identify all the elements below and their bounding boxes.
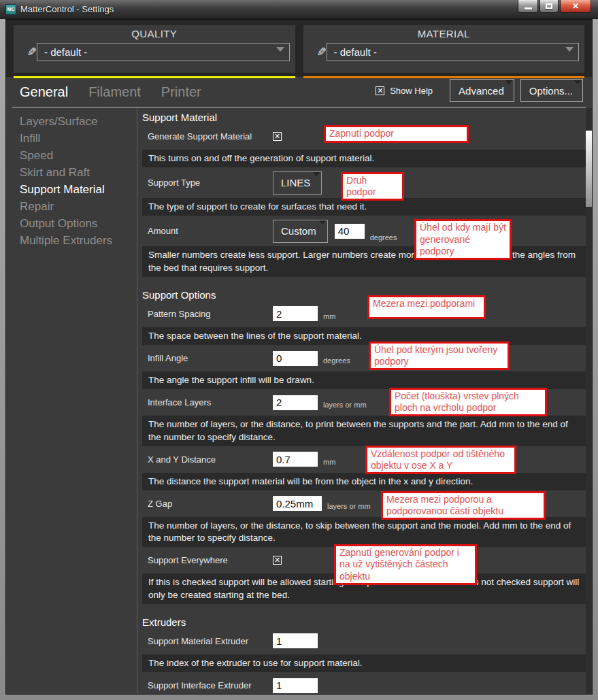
infill-angle-input[interactable] (273, 351, 318, 366)
tab-filament[interactable]: Filament (88, 84, 141, 100)
annotation-pattern-spacing: Mezera mezi podporami (367, 295, 486, 319)
annotation-support-type: Druh podpor (341, 172, 404, 201)
annotation-support-everywhere: Zapnutí generování podpor i na už vytišt… (334, 544, 477, 584)
xy-distance-input[interactable] (273, 452, 318, 467)
presets-bar: QUALITY ✎ - default - MATERIAL ✎ - defau… (6, 20, 592, 77)
unit-label: layers or mm (327, 502, 371, 510)
show-help-label: Show Help (390, 86, 433, 96)
setting-label: Support Material Extruder (148, 636, 273, 646)
setting-row-support-interface-extruder: Support Interface Extruder (148, 677, 586, 694)
chevron-down-icon (319, 220, 326, 224)
help-text: This turns on and off the generation of … (142, 150, 586, 167)
annotation-generate-support: Zapnutí podpor (324, 125, 469, 143)
titlebar[interactable]: MC MatterControl - Settings ✕ (0, 0, 598, 19)
help-text: The angle the support infill will be dra… (142, 371, 586, 389)
vertical-scrollbar[interactable] (586, 108, 592, 694)
sidebar-item-speed[interactable]: Speed (20, 147, 137, 164)
z-gap-input[interactable] (273, 496, 322, 511)
unit-label: mm (323, 312, 335, 320)
sidebar-item-layers-surface[interactable]: Layers/Surface (20, 113, 137, 130)
sidebar-item-repair[interactable]: Repair (20, 198, 137, 215)
advanced-button[interactable]: Advanced (450, 79, 514, 102)
minimize-button[interactable] (518, 0, 538, 13)
maximize-icon (546, 3, 552, 9)
sidebar-item-multiple-extruders[interactable]: Multiple Extruders (20, 232, 137, 249)
setting-row-interface-layers: Interface Layers layers or mm Počet (tlo… (148, 394, 586, 411)
tab-printer[interactable]: Printer (161, 84, 201, 100)
setting-label: X and Y Distance (148, 454, 273, 465)
support-material-extruder-input[interactable] (273, 633, 318, 648)
generate-support-checkbox[interactable] (273, 132, 282, 141)
setting-row-pattern-spacing: Pattern Spacing mm Mezera mezi podporami (148, 305, 586, 322)
annotation-infill-angle: Úhel pod kterým jsou tvořeny podpory (369, 341, 510, 370)
options-button-label: Options... (529, 85, 573, 97)
show-help-toggle[interactable]: Show Help (376, 86, 433, 96)
setting-label: Infill Angle (148, 353, 273, 363)
quality-title: QUALITY (19, 28, 290, 39)
setting-row-xy-distance: X and Y Distance mm Vzdálenost podpor od… (148, 451, 586, 468)
settings-sidebar: Layers/Surface Infill Speed Skirt and Ra… (12, 107, 137, 694)
quality-select-value: - default - (44, 46, 87, 58)
help-text: The number of layers, or the distance, t… (142, 416, 586, 446)
annotation-z-gap: Mezera mezi podporou a podporovanou část… (381, 491, 546, 520)
amount-mode-dropdown[interactable]: Custom (273, 220, 328, 243)
material-select-value: - default - (334, 46, 377, 58)
sidebar-item-output-options[interactable]: Output Options (20, 215, 137, 232)
unit-label: mm (323, 458, 335, 466)
edit-pencil-icon[interactable]: ✎ (309, 45, 327, 59)
maximize-button[interactable] (539, 0, 559, 13)
chevron-down-icon (276, 47, 284, 52)
amount-input[interactable] (335, 224, 365, 239)
sidebar-item-support-material[interactable]: Support Material (20, 181, 137, 198)
close-button[interactable]: ✕ (560, 0, 591, 13)
section-title-support-material: Support Material (142, 112, 586, 123)
setting-row-generate-support: Generate Support Material Zapnutí podpor (148, 128, 586, 145)
chevron-down-icon (505, 80, 512, 84)
setting-row-amount: Amount Custom degrees Úhel od kdy mají b… (148, 218, 586, 244)
setting-label: Z Gap (148, 499, 273, 509)
help-text: The index of the extruder to use for sup… (142, 654, 586, 672)
support-type-value: LINES (281, 177, 310, 188)
support-everywhere-checkbox[interactable] (273, 556, 282, 565)
setting-row-support-everywhere: Support Everywhere Zapnutí generování po… (148, 552, 586, 569)
quality-select[interactable]: - default - (37, 43, 290, 61)
amount-mode-value: Custom (281, 225, 316, 237)
help-text: Smaller numbers create less support. Lar… (142, 246, 586, 276)
help-text: The number of layers, or the distance, t… (142, 517, 586, 547)
annotation-interface-layers: Počet (tlouškta) vrstev plných ploch na … (389, 388, 547, 416)
window-frame: QUALITY ✎ - default - MATERIAL ✎ - defau… (0, 19, 598, 700)
edit-pencil-icon[interactable]: ✎ (19, 45, 37, 59)
setting-row-infill-angle: Infill Angle degrees Úhel pod kterým jso… (148, 350, 586, 367)
unit-label: degrees (323, 356, 350, 365)
chevron-down-icon (565, 47, 574, 52)
tab-general[interactable]: General (20, 84, 68, 100)
window-title: MatterControl - Settings (20, 4, 114, 14)
scrollbar-thumb[interactable] (586, 131, 592, 207)
pattern-spacing-input[interactable] (273, 306, 318, 321)
annotation-xy-distance: Vzdálenost podpor od tištěného objektu v… (365, 446, 516, 474)
tab-bar: General Filament Printer Show Help Advan… (12, 77, 586, 107)
unit-label: layers or mm (323, 401, 367, 409)
material-select[interactable]: - default - (327, 43, 580, 61)
section-title-extruders: Extruders (142, 616, 586, 628)
chevron-down-icon (574, 80, 581, 84)
material-title: MATERIAL (309, 28, 580, 39)
options-button[interactable]: Options... (520, 79, 583, 102)
setting-label: Support Interface Extruder (148, 680, 273, 690)
support-type-dropdown[interactable]: LINES (273, 171, 322, 195)
show-help-checkbox[interactable] (376, 86, 384, 95)
setting-label: Support Everywhere (148, 555, 273, 565)
sidebar-item-skirt-and-raft[interactable]: Skirt and Raft (20, 164, 137, 181)
setting-row-z-gap: Z Gap layers or mm Mezera mezi podporou … (148, 495, 586, 512)
setting-row-support-type: Support Type LINES Druh podpor (148, 170, 586, 195)
minimize-icon (525, 7, 532, 10)
setting-label: Amount (148, 226, 273, 236)
setting-row-support-material-extruder: Support Material Extruder (148, 633, 586, 650)
quality-panel: QUALITY ✎ - default - (14, 25, 295, 73)
sidebar-item-infill[interactable]: Infill (20, 130, 137, 147)
window-content: QUALITY ✎ - default - MATERIAL ✎ - defau… (5, 19, 593, 695)
annotation-amount: Úhel od kdy mají být generované podpory (414, 219, 512, 259)
interface-layers-input[interactable] (273, 395, 318, 410)
support-interface-extruder-input[interactable] (273, 678, 318, 693)
advanced-button-label: Advanced (459, 85, 504, 97)
